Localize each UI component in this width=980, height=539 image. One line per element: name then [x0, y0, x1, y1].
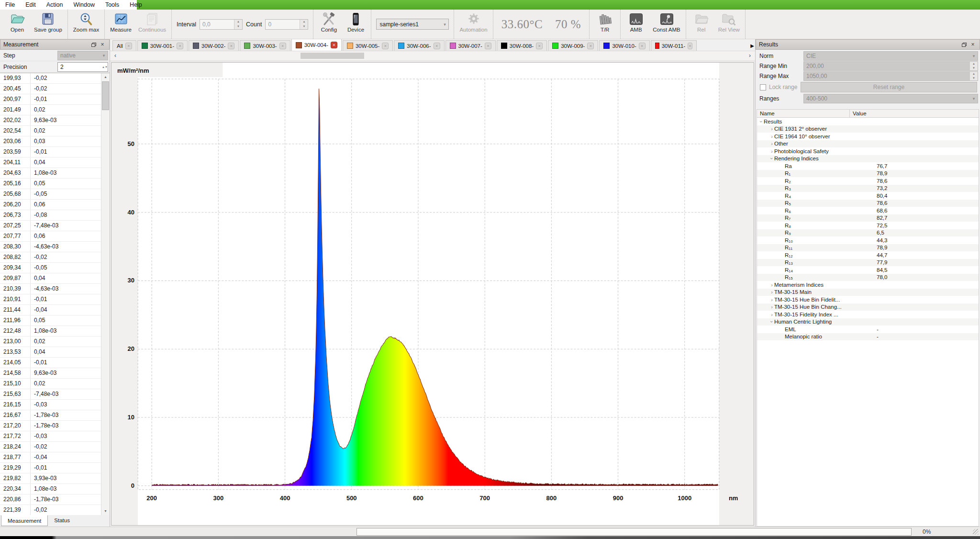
close-tab-icon[interactable]: ×	[279, 43, 286, 49]
table-row[interactable]: 204,631,08e-03	[0, 168, 101, 179]
menu-item-help[interactable]: Help	[124, 0, 147, 10]
table-row[interactable]: 201,490,02	[0, 105, 101, 115]
bottom-tab-status[interactable]: Status	[48, 515, 76, 525]
chevron-expanded-icon[interactable]: ›	[769, 156, 774, 161]
tree-row-tm-30-15-hue-bin-chang[interactable]: ›TM-30-15 Hue Bin Chang...	[757, 303, 979, 311]
table-row[interactable]: 213,530,04	[0, 347, 101, 358]
table-row[interactable]: 213,000,02	[0, 337, 101, 347]
precision-stepper[interactable]: 2 ▲▼	[57, 62, 108, 72]
doc-tab-30w-010[interactable]: 30W-010-×	[599, 40, 649, 51]
chevron-collapsed-icon[interactable]: ›	[769, 297, 774, 302]
float-panel-icon[interactable]	[960, 41, 968, 48]
table-row[interactable]: 210,39-4,63e-03	[0, 284, 101, 294]
chevron-collapsed-icon[interactable]: ›	[769, 304, 774, 309]
close-tab-icon[interactable]: ×	[382, 43, 389, 49]
tree-row-r[interactable]: R₄80,4	[757, 192, 979, 200]
scroll-up-icon[interactable]: ▲	[101, 73, 110, 81]
chevron-collapsed-icon[interactable]: ›	[769, 134, 774, 139]
menu-item-tools[interactable]: Tools	[100, 0, 124, 10]
toolbar-button-const-amb[interactable]: Const AMB	[649, 10, 684, 39]
table-row[interactable]: 217,72-0,03	[0, 431, 101, 442]
doc-tab-30w-002[interactable]: 30W-002-×	[189, 40, 239, 51]
table-row[interactable]: 200,97-0,01	[0, 94, 101, 105]
scroll-right-icon[interactable]: ›	[746, 52, 754, 59]
resize-grip[interactable]	[973, 529, 979, 535]
chevron-collapsed-icon[interactable]: ›	[769, 149, 774, 154]
toolbar-button-t-r[interactable]: T/R	[591, 10, 618, 39]
close-tab-icon[interactable]: ×	[228, 43, 234, 49]
menu-item-file[interactable]: File	[0, 0, 20, 10]
toolbar-button-amb[interactable]: AMB	[623, 10, 649, 39]
tree-row-r[interactable]: R₅78,6	[757, 200, 979, 207]
table-row[interactable]: 208,30-4,63e-03	[0, 242, 101, 252]
chevron-collapsed-icon[interactable]: ›	[769, 126, 774, 131]
table-row[interactable]: 209,870,04	[0, 273, 101, 284]
table-row[interactable]: 211,44-0,04	[0, 305, 101, 315]
close-tab-icon[interactable]: ×	[331, 42, 337, 48]
doc-tab-all[interactable]: All×	[112, 40, 136, 51]
chevron-collapsed-icon[interactable]: ›	[769, 312, 774, 317]
table-row[interactable]: 220,86-1,78e-03	[0, 494, 101, 505]
table-row[interactable]: 206,73-0,08	[0, 210, 101, 221]
value-column-header[interactable]: Value	[850, 111, 979, 116]
tree-row-r[interactable]: R₃73,2	[757, 185, 979, 192]
chevron-collapsed-icon[interactable]: ›	[769, 141, 774, 146]
close-tab-icon[interactable]: ×	[485, 43, 491, 49]
series-select[interactable]: sample-series1▾	[376, 19, 449, 30]
tree-row-melanopic-ratio[interactable]: Melanopic ratio-	[757, 333, 979, 341]
tree-row-r[interactable]: R₁78,9	[757, 170, 979, 178]
tree-row-r[interactable]: R₁₃77,9	[757, 259, 979, 267]
toolbar-button-config[interactable]: Config	[315, 10, 342, 39]
table-row[interactable]: 202,540,02	[0, 126, 101, 136]
tree-row-r[interactable]: R₁₂44,7	[757, 251, 979, 259]
scrollbar-thumb[interactable]	[102, 81, 109, 110]
doc-tab-30w-008[interactable]: 30W-008-×	[497, 40, 547, 51]
table-row[interactable]: 203,59-0,01	[0, 147, 101, 157]
tree-row-r[interactable]: R₆68,6	[757, 207, 979, 214]
table-row[interactable]: 199,93-0,02	[0, 73, 101, 84]
close-panel-icon[interactable]: ×	[969, 41, 977, 48]
table-row[interactable]: 216,15-0,03	[0, 400, 101, 410]
tree-row-other[interactable]: ›Other	[757, 140, 979, 148]
table-row[interactable]: 207,25-7,48e-03	[0, 221, 101, 231]
tree-row-tm-30-15-main[interactable]: ›TM-30-15 Main	[757, 289, 979, 296]
toolbar-button-zoom-max[interactable]: Zoom max	[70, 10, 102, 39]
close-tab-icon[interactable]: ×	[639, 43, 646, 49]
doc-tab-30w-005[interactable]: 30W-005-×	[343, 40, 393, 51]
toolbar-button-device[interactable]: Device	[342, 10, 369, 39]
tree-row-human-centric-lighting[interactable]: ›Human Centric Lighting	[757, 318, 979, 326]
table-row[interactable]: 206,200,06	[0, 200, 101, 210]
tree-row-cie-1931-2-observer[interactable]: ›CIE 1931 2° observer	[757, 125, 979, 133]
table-row[interactable]: 216,67-1,78e-03	[0, 410, 101, 421]
table-row[interactable]: 210,91-0,01	[0, 294, 101, 305]
table-row[interactable]: 203,060,03	[0, 136, 101, 147]
tree-row-metamerism-indices[interactable]: ›Metamerism Indices	[757, 281, 979, 289]
table-row[interactable]: 215,63-7,48e-03	[0, 389, 101, 400]
scroll-down-icon[interactable]: ▼	[101, 507, 110, 515]
tree-row-rendering-indices[interactable]: ›Rendering Indices	[757, 155, 979, 163]
close-tab-icon[interactable]: ×	[536, 43, 543, 49]
measurement-table-scrollbar[interactable]: ▲ ▼	[101, 73, 110, 515]
tree-row-tm-30-15-hue-bin-fidelit[interactable]: ›TM-30-15 Hue Bin Fidelit...	[757, 296, 979, 303]
close-panel-icon[interactable]: ×	[99, 41, 106, 48]
chevron-expanded-icon[interactable]: ›	[769, 319, 774, 324]
chart-horizontal-scrollbar[interactable]: ‹ ›	[110, 51, 755, 61]
tree-row-r[interactable]: R₁₅78,0	[757, 274, 979, 281]
spectrum-chart[interactable]: 010203040502003004005006007008009001000m…	[111, 62, 754, 526]
table-row[interactable]: 205,160,05	[0, 179, 101, 189]
menu-item-window[interactable]: Window	[68, 0, 100, 10]
toolbar-button-measure[interactable]: Measure	[107, 10, 135, 39]
name-column-header[interactable]: Name	[757, 110, 850, 117]
menu-item-edit[interactable]: Edit	[20, 0, 41, 10]
doc-tab-30w-007[interactable]: 30W-007-×	[445, 40, 496, 51]
table-row[interactable]: 218,77-0,04	[0, 452, 101, 463]
tree-row-results[interactable]: ›Results	[757, 118, 979, 125]
tree-row-r[interactable]: R₇82,7	[757, 214, 979, 222]
table-row[interactable]: 220,341,08e-03	[0, 484, 101, 494]
tree-row-cie-1964-10-observer[interactable]: ›CIE 1964 10° observer	[757, 133, 979, 140]
doc-tab-30w-004[interactable]: 30W-004-×	[291, 39, 342, 51]
table-row[interactable]: 204,110,04	[0, 157, 101, 168]
bottom-tab-measurement[interactable]: Measurement	[1, 515, 48, 526]
tree-row-r[interactable]: R₂78,6	[757, 177, 979, 185]
table-row[interactable]: 202,029,63e-03	[0, 115, 101, 126]
